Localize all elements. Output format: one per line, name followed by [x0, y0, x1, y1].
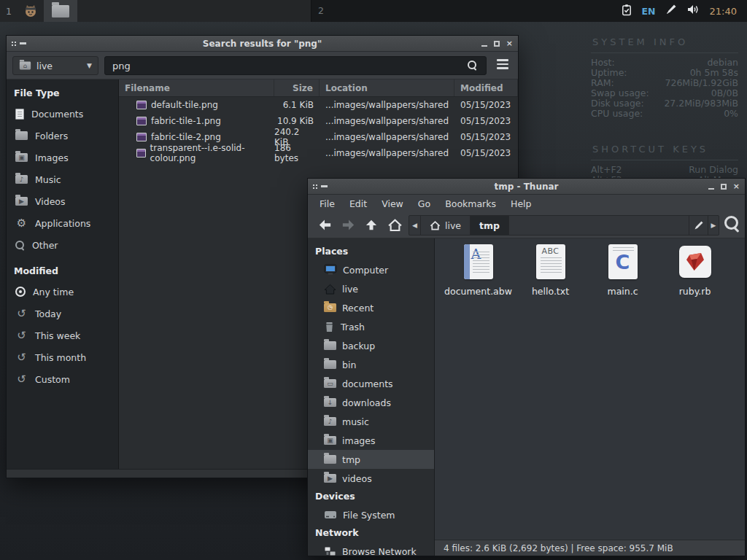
clipboard-icon[interactable]: [621, 4, 632, 19]
sidebar-item-downloads[interactable]: ↓downloads: [308, 393, 434, 412]
sidebar-item-filesystem[interactable]: File System: [308, 505, 434, 524]
sidebar-item-tmp[interactable]: tmp: [308, 450, 434, 469]
results-table-header[interactable]: Filename Size Location Modified: [119, 79, 518, 97]
volume-icon[interactable]: [686, 4, 700, 18]
column-header-filename[interactable]: Filename: [119, 79, 274, 96]
menu-button[interactable]: [497, 59, 508, 69]
sidebar-item-browse-network[interactable]: Browse Network: [308, 542, 434, 556]
modified-option-anytime[interactable]: Any time: [7, 281, 118, 303]
filetype-item-applications[interactable]: ⚙Applications: [7, 212, 118, 234]
file-item-hello-txt[interactable]: ABC hello.txt: [514, 244, 587, 297]
document-icon: [15, 109, 24, 120]
up-button[interactable]: [360, 215, 382, 236]
file-item-main-c[interactable]: C main.c: [587, 244, 659, 297]
location-selector[interactable]: ⌂ live ▼: [12, 56, 98, 75]
network-header: Network: [308, 524, 434, 542]
clock[interactable]: 21:40: [710, 6, 737, 17]
keyboard-layout-indicator[interactable]: EN: [642, 6, 656, 17]
folder-icon: [324, 360, 336, 369]
chevron-left-icon[interactable]: ◀: [409, 216, 421, 235]
conky-row: Swap usage:0B/0B: [591, 88, 738, 98]
thunar-window: tmp - Thunar × File Edit View Go Bookmar…: [307, 178, 746, 556]
menu-go[interactable]: Go: [411, 198, 438, 209]
window-roll-icon[interactable]: [321, 185, 328, 187]
pathbar-segment-tmp[interactable]: tmp: [471, 216, 509, 235]
sidebar-item-computer[interactable]: Computer: [308, 260, 434, 279]
filetype-item-images[interactable]: ▣Images: [7, 147, 118, 168]
pathbar: ◀ live tmp ▶: [409, 215, 719, 236]
filetype-item-documents[interactable]: Documents: [7, 103, 118, 125]
sidebar-item-bin[interactable]: bin: [308, 355, 434, 374]
workspace-1[interactable]: 1: [0, 0, 311, 22]
catfish-titlebar[interactable]: Search results for "png" ×: [7, 36, 518, 52]
table-row[interactable]: default-tile.png 6.1 KiB ...images/wallp…: [119, 97, 518, 113]
edit-path-button[interactable]: [689, 216, 708, 235]
file-item-document-abw[interactable]: A document.abw: [442, 244, 514, 297]
column-header-location[interactable]: Location: [320, 79, 454, 96]
taskbar-catfish-button[interactable]: [18, 0, 44, 22]
folder-icon: [324, 341, 336, 350]
filetype-item-music[interactable]: ♪Music: [7, 168, 118, 190]
minimize-button[interactable]: [708, 188, 714, 190]
filetype-item-other[interactable]: Other: [7, 234, 118, 256]
sidebar-item-images[interactable]: ▣images: [308, 431, 434, 450]
sidebar-item-documents[interactable]: ▭documents: [308, 374, 434, 393]
filetype-item-videos[interactable]: ▶Videos: [7, 190, 118, 212]
chevron-right-icon[interactable]: ▶: [708, 216, 719, 235]
maximize-button[interactable]: [721, 184, 727, 190]
sidebar-item-videos[interactable]: ▶videos: [308, 469, 434, 488]
conky-row: Host:debian: [591, 58, 738, 68]
menu-edit[interactable]: Edit: [342, 198, 374, 209]
conky-row: Uptime:0h 5m 58s: [591, 68, 738, 78]
home-icon: [430, 221, 441, 230]
history-icon: ↺: [15, 330, 28, 341]
sidebar-item-music[interactable]: ♪music: [308, 412, 434, 431]
home-button[interactable]: [384, 215, 406, 236]
file-item-ruby-rb[interactable]: ruby.rb: [659, 244, 731, 297]
catfish-icon: [23, 4, 38, 18]
workspace-2-label[interactable]: 2: [312, 0, 330, 22]
network-icon: [324, 546, 336, 556]
sidebar-item-backup[interactable]: backup: [308, 336, 434, 355]
menu-help[interactable]: Help: [503, 198, 539, 209]
window-menu-icon[interactable]: [12, 42, 13, 43]
modified-option-today[interactable]: ↺Today: [7, 303, 118, 324]
search-button[interactable]: [724, 216, 740, 232]
stylus-icon[interactable]: [665, 4, 677, 18]
minimize-button[interactable]: [481, 45, 487, 47]
window-roll-icon[interactable]: [20, 42, 26, 44]
ruby-file-icon: [679, 246, 711, 278]
table-row[interactable]: transparent--i.e-solid-colour.png 186 by…: [119, 145, 518, 161]
search-icon[interactable]: [468, 61, 477, 70]
conky-row: RAM:726MiB/1.92GiB: [591, 78, 738, 88]
column-header-size[interactable]: Size: [274, 79, 320, 96]
table-row[interactable]: fabric-tile-1.png 10.9 KiB ...images/wal…: [119, 113, 518, 129]
modified-option-custom[interactable]: ↺Custom: [7, 368, 118, 390]
filetype-item-folders[interactable]: Folders: [7, 125, 118, 147]
folder-icon: [324, 455, 336, 464]
image-thumbnail-icon: [136, 133, 147, 141]
pathbar-segment-live[interactable]: live: [421, 216, 471, 235]
music-folder-icon: ♪: [15, 175, 28, 184]
forward-button[interactable]: [337, 215, 359, 236]
menu-bookmarks[interactable]: Bookmarks: [438, 198, 503, 209]
sidebar-item-recent[interactable]: ◷ Recent: [308, 298, 434, 317]
back-button[interactable]: [314, 215, 336, 236]
close-button[interactable]: ×: [733, 182, 740, 190]
sidebar-item-live[interactable]: live: [308, 279, 434, 298]
conky-row: CPU usage:0%: [591, 109, 738, 119]
taskbar-thunar-button[interactable]: [44, 0, 77, 22]
workspace-1-label[interactable]: 1: [0, 6, 18, 17]
modified-option-thismonth[interactable]: ↺This month: [7, 346, 118, 368]
modified-option-thisweek[interactable]: ↺This week: [7, 324, 118, 346]
search-input[interactable]: [104, 56, 487, 75]
close-button[interactable]: ×: [506, 39, 513, 47]
thunar-file-view[interactable]: A document.abw ABC hello.txt C main.c: [435, 238, 745, 556]
maximize-button[interactable]: [494, 41, 500, 47]
menu-view[interactable]: View: [374, 198, 411, 209]
column-header-modified[interactable]: Modified: [454, 79, 518, 96]
menu-file[interactable]: File: [312, 198, 342, 209]
sidebar-item-trash[interactable]: Trash: [308, 317, 434, 336]
thunar-titlebar[interactable]: tmp - Thunar ×: [308, 179, 745, 195]
window-menu-icon[interactable]: [313, 184, 314, 186]
